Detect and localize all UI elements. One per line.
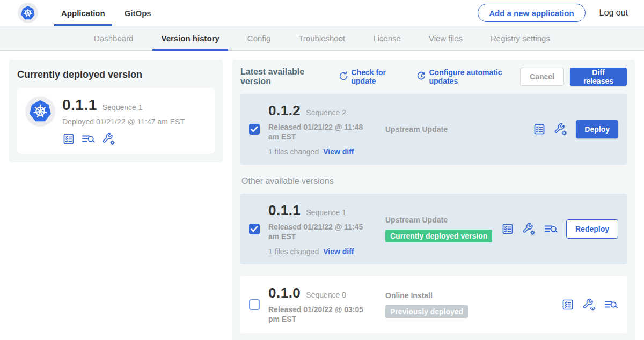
currently-deployed-badge: Currently deployed version [385,230,492,242]
previously-deployed-badge: Previously deployed [385,305,468,318]
edit-config-icon[interactable] [522,223,536,235]
app-subnav: Dashboard Version history Config Trouble… [0,26,644,51]
configure-automatic-updates-button[interactable]: Configure automatic updates [416,68,521,85]
nav-tab-gitops-label: GitOps [125,9,151,18]
version-select-checkbox[interactable] [249,299,260,310]
nav-tab-application-label: Application [61,9,105,18]
version-number: 0.1.0 [268,285,301,301]
version-number: 0.1.2 [268,102,301,119]
add-new-application-button[interactable]: Add a new application [478,4,585,22]
tab-license-label: License [373,34,401,43]
version-select-checkbox[interactable] [249,224,260,234]
check-for-update-button[interactable]: Check for update [339,68,405,85]
version-row-0-1-0: 0.1.0 Sequence 0 Released 01/20/22 @ 03:… [240,276,627,333]
deployed-timestamp: Deployed 01/21/22 @ 11:47 am EST [62,117,185,126]
tab-dashboard[interactable]: Dashboard [80,26,147,50]
tab-view-files-label: View files [429,34,463,43]
version-select-checkbox[interactable] [249,124,260,135]
deploy-logs-icon[interactable] [604,298,618,311]
files-changed-label: 1 files changed [268,147,319,156]
nav-tab-gitops[interactable]: GitOps [118,0,158,26]
version-source-label: Upstream Update [385,216,501,224]
preflight-checks-icon[interactable] [62,132,75,145]
tab-version-history[interactable]: Version history [147,26,233,50]
latest-version-header: Latest available version Check for updat… [240,67,627,86]
currently-deployed-panel: Currently deployed version 0.1.1 Sequenc… [9,60,223,162]
edit-config-icon[interactable] [554,123,568,136]
edit-config-icon[interactable] [102,132,116,145]
version-history-page: Currently deployed version 0.1.1 Sequenc… [0,51,644,340]
configure-automatic-updates-label: Configure automatic updates [429,68,521,85]
released-timestamp: Released 01/20/22 @ 03:05 pm EST [268,305,376,324]
deployed-sequence-label: Sequence 1 [103,103,143,112]
top-navbar: Application GitOps Add a new application… [0,0,644,26]
version-row-0-1-2: 0.1.2 Sequence 2 Released 01/21/22 @ 11:… [240,94,627,165]
tab-registry-settings-label: Registry settings [491,34,550,43]
preflight-checks-icon[interactable] [501,223,514,235]
preflight-checks-icon[interactable] [533,123,546,136]
version-row-0-1-1: 0.1.1 Sequence 1 Released 01/21/22 @ 11:… [240,194,627,264]
diff-releases-button[interactable]: Diff releases [570,68,627,86]
sequence-label: Sequence 1 [306,208,346,217]
view-diff-link[interactable]: View diff [323,247,354,256]
nav-tab-application[interactable]: Application [54,0,112,26]
tab-troubleshoot-label: Troubleshoot [298,34,345,43]
schedule-refresh-icon [416,71,426,83]
deploy-button[interactable]: Deploy [576,120,618,138]
deployed-version-number: 0.1.1 [62,97,97,114]
tab-license[interactable]: License [359,26,415,50]
available-versions-panel: Latest available version Check for updat… [232,60,635,340]
tab-view-files[interactable]: View files [415,26,477,50]
logout-link[interactable]: Log out [599,8,628,18]
tab-dashboard-label: Dashboard [94,34,133,43]
app-icon-kubernetes [26,97,55,125]
released-timestamp: Released 01/21/22 @ 11:48 am EST [268,122,376,142]
tab-registry-settings[interactable]: Registry settings [477,26,564,50]
view-config-icon[interactable] [582,298,596,311]
check-for-update-label: Check for update [352,68,405,85]
tab-config[interactable]: Config [233,26,284,50]
kubernetes-logo [18,3,38,23]
refresh-icon [339,71,348,83]
currently-deployed-title: Currently deployed version [17,69,215,80]
sequence-label: Sequence 0 [306,291,346,299]
deployed-version-card: 0.1.1 Sequence 1 Deployed 01/21/22 @ 11:… [17,88,215,154]
view-diff-link[interactable]: View diff [323,147,354,156]
released-timestamp: Released 01/21/22 @ 11:45 am EST [268,222,376,242]
version-source-label: Upstream Update [385,125,533,134]
version-source-label: Online Install [385,291,561,300]
cancel-button[interactable]: Cancel [520,68,564,86]
other-versions-title: Other available versions [241,176,627,186]
tab-troubleshoot[interactable]: Troubleshoot [284,26,359,50]
preflight-checks-icon[interactable] [561,298,574,311]
tab-version-history-label: Version history [161,34,219,43]
sequence-label: Sequence 2 [306,108,346,117]
version-number: 0.1.1 [268,202,301,219]
redeploy-button[interactable]: Redeploy [566,219,618,239]
deploy-logs-icon[interactable] [82,132,96,145]
latest-version-title: Latest available version [240,67,327,86]
files-changed-label: 1 files changed [268,247,319,256]
deploy-logs-icon[interactable] [544,223,558,235]
tab-config-label: Config [247,34,270,43]
